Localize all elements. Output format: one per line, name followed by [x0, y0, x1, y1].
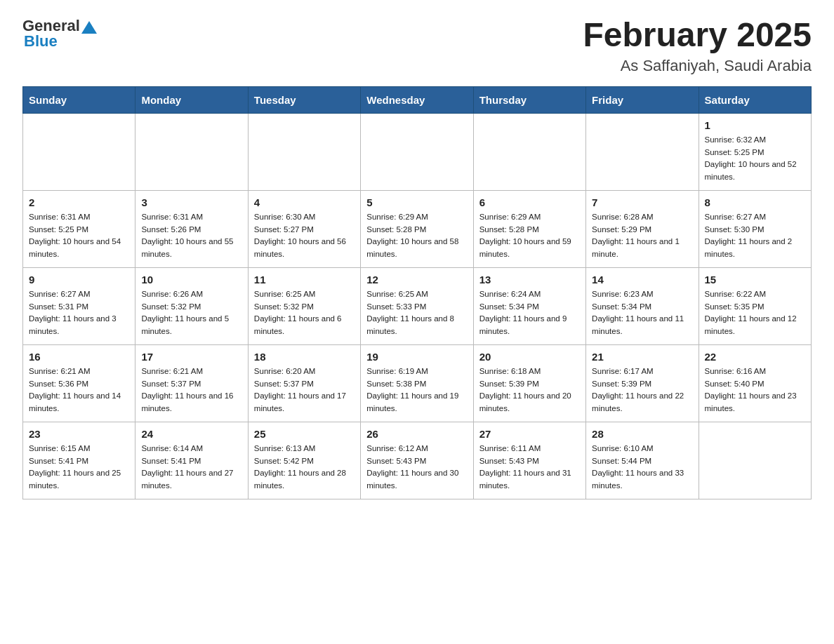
calendar-cell: 20Sunrise: 6:18 AM Sunset: 5:39 PM Dayli… [473, 344, 585, 422]
calendar-cell: 27Sunrise: 6:11 AM Sunset: 5:43 PM Dayli… [473, 422, 585, 499]
page-title: February 2025 [583, 17, 812, 54]
title-block: February 2025 As Saffaniyah, Saudi Arabi… [583, 17, 812, 75]
day-number: 13 [479, 274, 580, 286]
calendar-cell: 9Sunrise: 6:27 AM Sunset: 5:31 PM Daylig… [23, 267, 135, 344]
calendar-cell [135, 113, 248, 190]
calendar-cell: 2Sunrise: 6:31 AM Sunset: 5:25 PM Daylig… [23, 190, 135, 267]
day-info: Sunrise: 6:29 AM Sunset: 5:28 PM Dayligh… [366, 211, 467, 261]
day-info: Sunrise: 6:22 AM Sunset: 5:35 PM Dayligh… [705, 288, 805, 338]
calendar-cell: 8Sunrise: 6:27 AM Sunset: 5:30 PM Daylig… [699, 190, 811, 267]
calendar-cell: 12Sunrise: 6:25 AM Sunset: 5:33 PM Dayli… [361, 267, 473, 344]
calendar-header-monday: Monday [135, 86, 248, 113]
day-info: Sunrise: 6:25 AM Sunset: 5:32 PM Dayligh… [254, 288, 355, 338]
day-number: 14 [592, 274, 692, 286]
calendar-cell: 10Sunrise: 6:26 AM Sunset: 5:32 PM Dayli… [135, 267, 248, 344]
calendar-header-tuesday: Tuesday [248, 86, 360, 113]
day-number: 19 [366, 351, 467, 363]
day-info: Sunrise: 6:26 AM Sunset: 5:32 PM Dayligh… [141, 288, 241, 338]
day-info: Sunrise: 6:18 AM Sunset: 5:39 PM Dayligh… [479, 365, 580, 415]
calendar-header-thursday: Thursday [473, 86, 585, 113]
day-number: 18 [254, 351, 355, 363]
calendar-cell [248, 113, 360, 190]
day-number: 25 [254, 428, 355, 440]
day-info: Sunrise: 6:19 AM Sunset: 5:38 PM Dayligh… [366, 365, 467, 415]
day-number: 23 [29, 428, 129, 440]
calendar-cell: 19Sunrise: 6:19 AM Sunset: 5:38 PM Dayli… [361, 344, 473, 422]
day-info: Sunrise: 6:24 AM Sunset: 5:34 PM Dayligh… [479, 288, 580, 338]
calendar-header-row: SundayMondayTuesdayWednesdayThursdayFrid… [23, 86, 812, 113]
day-info: Sunrise: 6:32 AM Sunset: 5:25 PM Dayligh… [705, 134, 805, 184]
calendar-week-row: 2Sunrise: 6:31 AM Sunset: 5:25 PM Daylig… [23, 190, 812, 267]
calendar-cell: 23Sunrise: 6:15 AM Sunset: 5:41 PM Dayli… [23, 422, 135, 499]
day-info: Sunrise: 6:29 AM Sunset: 5:28 PM Dayligh… [479, 211, 580, 261]
calendar-week-row: 23Sunrise: 6:15 AM Sunset: 5:41 PM Dayli… [23, 422, 812, 499]
calendar-table: SundayMondayTuesdayWednesdayThursdayFrid… [22, 86, 812, 499]
day-info: Sunrise: 6:27 AM Sunset: 5:30 PM Dayligh… [705, 211, 805, 261]
day-info: Sunrise: 6:20 AM Sunset: 5:37 PM Dayligh… [254, 365, 355, 415]
day-info: Sunrise: 6:31 AM Sunset: 5:26 PM Dayligh… [141, 211, 241, 261]
day-info: Sunrise: 6:31 AM Sunset: 5:25 PM Dayligh… [29, 211, 129, 261]
calendar-cell: 25Sunrise: 6:13 AM Sunset: 5:42 PM Dayli… [248, 422, 360, 499]
day-info: Sunrise: 6:23 AM Sunset: 5:34 PM Dayligh… [592, 288, 692, 338]
day-info: Sunrise: 6:13 AM Sunset: 5:42 PM Dayligh… [254, 443, 355, 492]
day-number: 5 [366, 196, 467, 208]
day-number: 6 [479, 196, 580, 208]
logo-blue-text: Blue [24, 32, 58, 51]
page-header: General Blue February 2025 As Saffaniyah… [22, 17, 812, 75]
calendar-cell: 1Sunrise: 6:32 AM Sunset: 5:25 PM Daylig… [699, 113, 811, 190]
day-number: 12 [366, 274, 467, 286]
day-number: 7 [592, 196, 692, 208]
day-number: 27 [479, 428, 580, 440]
day-number: 10 [141, 274, 241, 286]
calendar-cell [23, 113, 135, 190]
day-number: 24 [141, 428, 241, 440]
day-info: Sunrise: 6:27 AM Sunset: 5:31 PM Dayligh… [29, 288, 129, 338]
day-number: 1 [705, 119, 805, 131]
logo-arrows-icon [81, 21, 97, 34]
calendar-cell [361, 113, 473, 190]
calendar-header-sunday: Sunday [23, 86, 135, 113]
day-info: Sunrise: 6:10 AM Sunset: 5:44 PM Dayligh… [592, 443, 692, 492]
day-number: 21 [592, 351, 692, 363]
day-number: 16 [29, 351, 129, 363]
calendar-cell [586, 113, 699, 190]
day-number: 11 [254, 274, 355, 286]
day-info: Sunrise: 6:16 AM Sunset: 5:40 PM Dayligh… [705, 365, 805, 415]
day-number: 15 [705, 274, 805, 286]
calendar-cell: 24Sunrise: 6:14 AM Sunset: 5:41 PM Dayli… [135, 422, 248, 499]
calendar-cell: 22Sunrise: 6:16 AM Sunset: 5:40 PM Dayli… [699, 344, 811, 422]
day-number: 17 [141, 351, 241, 363]
day-number: 26 [366, 428, 467, 440]
calendar-cell: 3Sunrise: 6:31 AM Sunset: 5:26 PM Daylig… [135, 190, 248, 267]
page-subtitle: As Saffaniyah, Saudi Arabia [583, 57, 812, 75]
day-info: Sunrise: 6:17 AM Sunset: 5:39 PM Dayligh… [592, 365, 692, 415]
calendar-header-saturday: Saturday [699, 86, 811, 113]
calendar-cell: 28Sunrise: 6:10 AM Sunset: 5:44 PM Dayli… [586, 422, 699, 499]
calendar-week-row: 16Sunrise: 6:21 AM Sunset: 5:36 PM Dayli… [23, 344, 812, 422]
day-info: Sunrise: 6:21 AM Sunset: 5:37 PM Dayligh… [141, 365, 241, 415]
day-info: Sunrise: 6:25 AM Sunset: 5:33 PM Dayligh… [366, 288, 467, 338]
day-info: Sunrise: 6:15 AM Sunset: 5:41 PM Dayligh… [29, 443, 129, 492]
calendar-cell: 17Sunrise: 6:21 AM Sunset: 5:37 PM Dayli… [135, 344, 248, 422]
calendar-cell: 6Sunrise: 6:29 AM Sunset: 5:28 PM Daylig… [473, 190, 585, 267]
day-info: Sunrise: 6:21 AM Sunset: 5:36 PM Dayligh… [29, 365, 129, 415]
day-number: 9 [29, 274, 129, 286]
day-info: Sunrise: 6:12 AM Sunset: 5:43 PM Dayligh… [366, 443, 467, 492]
calendar-cell: 21Sunrise: 6:17 AM Sunset: 5:39 PM Dayli… [586, 344, 699, 422]
day-number: 20 [479, 351, 580, 363]
calendar-cell: 7Sunrise: 6:28 AM Sunset: 5:29 PM Daylig… [586, 190, 699, 267]
calendar-cell: 16Sunrise: 6:21 AM Sunset: 5:36 PM Dayli… [23, 344, 135, 422]
calendar-cell: 13Sunrise: 6:24 AM Sunset: 5:34 PM Dayli… [473, 267, 585, 344]
day-number: 8 [705, 196, 805, 208]
day-info: Sunrise: 6:14 AM Sunset: 5:41 PM Dayligh… [141, 443, 241, 492]
calendar-cell [473, 113, 585, 190]
calendar-cell: 18Sunrise: 6:20 AM Sunset: 5:37 PM Dayli… [248, 344, 360, 422]
day-number: 2 [29, 196, 129, 208]
calendar-cell: 11Sunrise: 6:25 AM Sunset: 5:32 PM Dayli… [248, 267, 360, 344]
calendar-header-wednesday: Wednesday [361, 86, 473, 113]
day-info: Sunrise: 6:30 AM Sunset: 5:27 PM Dayligh… [254, 211, 355, 261]
logo: General Blue [22, 17, 97, 51]
calendar-cell: 26Sunrise: 6:12 AM Sunset: 5:43 PM Dayli… [361, 422, 473, 499]
calendar-header-friday: Friday [586, 86, 699, 113]
calendar-cell: 15Sunrise: 6:22 AM Sunset: 5:35 PM Dayli… [699, 267, 811, 344]
